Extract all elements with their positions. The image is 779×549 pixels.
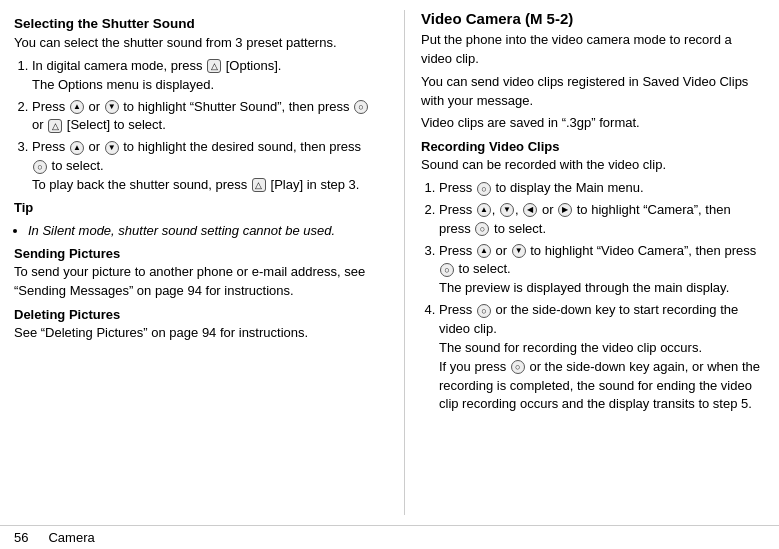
r-step3-mid: to highlight “Video Camera”, then press — [527, 243, 757, 258]
step1-text-before: In digital camera mode, press — [32, 58, 206, 73]
r-step1-before: Press — [439, 180, 476, 195]
nav-right-r2: ▶ — [558, 203, 572, 217]
r-step3-sub: The preview is displayed through the mai… — [439, 280, 729, 295]
r-step2: Press ▲, ▼, ◀ or ▶ to highlight “Camera”… — [439, 201, 765, 239]
section1-intro: You can select the shutter sound from 3 … — [14, 34, 374, 53]
r-step2-or: or — [538, 202, 557, 217]
nav-up-r3: ▲ — [477, 244, 491, 258]
content-area: Selecting the Shutter Sound You can sele… — [0, 0, 779, 525]
recording-intro: Sound can be recorded with the video cli… — [421, 156, 765, 175]
step3-text-before: Press — [32, 139, 69, 154]
nav-down-icon-3b: ▼ — [105, 141, 119, 155]
section1-steps: In digital camera mode, press △ [Options… — [32, 57, 374, 195]
section3-title: Deleting Pictures — [14, 307, 374, 322]
nav-up-icon-3a: ▲ — [70, 141, 84, 155]
nav-down-icon-2b: ▼ — [105, 100, 119, 114]
step2-text-before: Press — [32, 99, 69, 114]
left-column: Selecting the Shutter Sound You can sele… — [14, 10, 384, 515]
r-step1: Press ○ to display the Main menu. — [439, 179, 765, 198]
r-step1-after: to display the Main menu. — [492, 180, 644, 195]
footer-chapter: Camera — [48, 530, 94, 545]
footer-page-number: 56 — [14, 530, 28, 545]
tip-item: In Silent mode, shutter sound setting ca… — [28, 222, 374, 241]
section1-title: Selecting the Shutter Sound — [14, 16, 374, 31]
step1-text-after: [Options]. — [222, 58, 281, 73]
circle-btn-r1: ○ — [477, 182, 491, 196]
nav-down-r3: ▼ — [512, 244, 526, 258]
step3-text-after: to select. — [48, 158, 104, 173]
step2: Press ▲ or ▼ to highlight “Shutter Sound… — [32, 98, 374, 136]
softkey-icon-2b: △ — [48, 119, 62, 133]
circle-btn-r4b: ○ — [511, 360, 525, 374]
right-intro1: Put the phone into the video camera mode… — [421, 31, 765, 69]
section2-text: To send your picture to another phone or… — [14, 263, 374, 301]
nav-down-r2: ▼ — [500, 203, 514, 217]
r-step3-or: or — [492, 243, 511, 258]
circle-btn-r4: ○ — [477, 304, 491, 318]
r-step2-after: to select. — [490, 221, 546, 236]
nav-left-r2: ◀ — [523, 203, 537, 217]
main-title: Video Camera (M 5-2) — [421, 10, 765, 27]
right-column: Video Camera (M 5-2) Put the phone into … — [404, 10, 765, 515]
r-step2-sep1: , — [492, 202, 499, 217]
footer-bar: 56 Camera — [0, 525, 779, 549]
circle-btn-r2: ○ — [475, 222, 489, 236]
r-step4-before: Press — [439, 302, 476, 317]
step2-text-after: [Select] to select. — [63, 117, 166, 132]
tip-label: Tip — [14, 200, 33, 215]
r-step4-sub2-before: If you press — [439, 359, 510, 374]
r-step4-sub1: The sound for recording the video clip o… — [439, 340, 702, 355]
softkey-icon-1: △ — [207, 59, 221, 73]
circle-btn-2a: ○ — [354, 100, 368, 114]
step2-connector1: or — [85, 99, 104, 114]
r-step3-after: to select. — [455, 261, 511, 276]
step3-text-mid: to highlight the desired sound, then pre… — [120, 139, 361, 154]
circle-btn-r3: ○ — [440, 263, 454, 277]
r-step4: Press ○ or the side-down key to start re… — [439, 301, 765, 414]
step3-connector1: or — [85, 139, 104, 154]
step3-sub-after: [Play] in step 3. — [267, 177, 360, 192]
step1: In digital camera mode, press △ [Options… — [32, 57, 374, 95]
step3-sub-before: To play back the shutter sound, press — [32, 177, 251, 192]
page-container: Selecting the Shutter Sound You can sele… — [0, 0, 779, 549]
tip-section: Tip In Silent mode, shutter sound settin… — [14, 199, 374, 241]
step2-text-mid: to highlight “Shutter Sound”, then press — [120, 99, 353, 114]
tip-list: In Silent mode, shutter sound setting ca… — [28, 222, 374, 241]
r-step2-sep2: , — [515, 202, 522, 217]
right-intro2: You can send video clips registered in S… — [421, 73, 765, 111]
step1-sub: The Options menu is displayed. — [32, 77, 214, 92]
r-step3: Press ▲ or ▼ to highlight “Video Camera”… — [439, 242, 765, 299]
r-step2-before: Press — [439, 202, 476, 217]
recording-steps: Press ○ to display the Main menu. Press … — [439, 179, 765, 414]
r-step3-before: Press — [439, 243, 476, 258]
circle-btn-3a: ○ — [33, 160, 47, 174]
recording-title: Recording Video Clips — [421, 139, 765, 154]
section3-text: See “Deleting Pictures” on page 94 for i… — [14, 324, 374, 343]
right-intro3: Video clips are saved in “.3gp” format. — [421, 114, 765, 133]
nav-up-r2: ▲ — [477, 203, 491, 217]
nav-up-icon-2a: ▲ — [70, 100, 84, 114]
step3: Press ▲ or ▼ to highlight the desired so… — [32, 138, 374, 195]
softkey-icon-3b: △ — [252, 178, 266, 192]
section2-title: Sending Pictures — [14, 246, 374, 261]
step2-connector2: or — [32, 117, 47, 132]
tip-label-text: Tip — [14, 199, 374, 218]
